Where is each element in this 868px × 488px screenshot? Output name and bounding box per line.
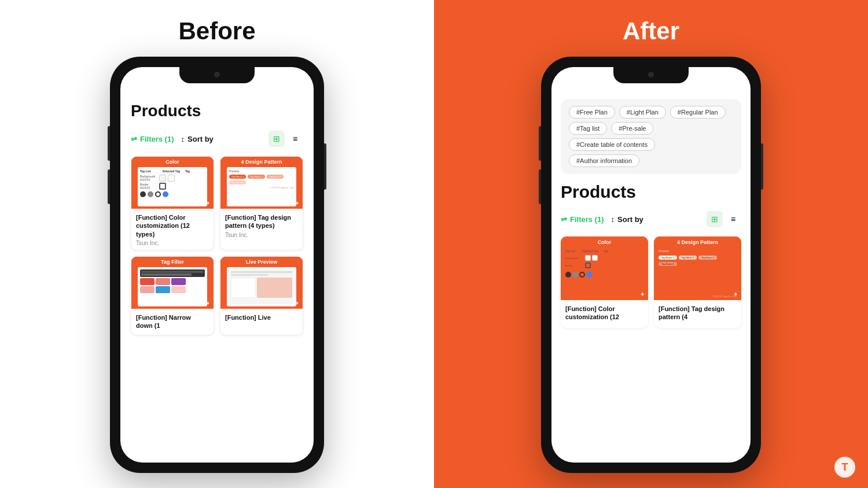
tag-pre-sale[interactable]: #Pre-sale <box>611 122 653 135</box>
tag-free-plan[interactable]: #Free Plan <box>569 106 615 119</box>
before-screen-content: Products ⇌ Filters (1) ↕ Sort by ⊞ <box>120 67 314 463</box>
logo-corner: T <box>833 456 856 479</box>
product-card-live[interactable]: Live Preview <box>220 256 303 336</box>
tag-create-toc[interactable]: #Create table of contents <box>569 138 655 151</box>
product-info-color: [Function] Color customization (12 types… <box>131 209 214 250</box>
phone-side-btn-3 <box>324 143 326 190</box>
after-list-view-btn[interactable]: ≡ <box>725 211 741 227</box>
after-product-name-pattern: [Function] Tag design pattern (4 <box>659 305 737 321</box>
product-card-pattern[interactable]: 4 Design Pattern Preview Tag Name 1 Tag … <box>220 156 303 250</box>
product-image-pattern: 4 Design Pattern Preview Tag Name 1 Tag … <box>220 157 303 209</box>
after-product-label-pattern: 4 Design Pattern <box>654 236 741 248</box>
after-filter-btn[interactable]: ⇌ Filters (1) <box>561 215 604 224</box>
before-view-toggle: ⊞ ≡ <box>269 131 303 147</box>
product-card-filter[interactable]: Tag Filter <box>131 256 214 336</box>
phone-side-btn-1 <box>108 126 110 161</box>
filter-label: Filters (1) <box>140 135 174 143</box>
before-phone: Products ⇌ Filters (1) ↕ Sort by ⊞ <box>110 57 324 473</box>
product-info-live: [Function] Live <box>220 309 303 327</box>
after-products-title: Products <box>561 182 741 202</box>
product-label-live: Live Preview <box>220 257 303 267</box>
before-product-grid: Color Tag List Selected Tag Tag Backgrou… <box>131 156 303 335</box>
sort-label: Sort by <box>187 135 214 143</box>
tag-tag-list[interactable]: #Tag list <box>569 122 607 135</box>
grid-icon: ⊞ <box>273 134 280 143</box>
before-phone-screen: Products ⇌ Filters (1) ↕ Sort by ⊞ <box>120 67 314 463</box>
tag-author-info[interactable]: #Author information <box>569 154 639 167</box>
after-product-info-color: [Function] Color customization (12 <box>561 300 648 328</box>
after-tags-section: #Free Plan #Light Plan #Regular Plan #Ta… <box>561 99 741 174</box>
product-info-filter: [Function] Narrow down (1 <box>131 309 214 335</box>
product-card-color[interactable]: Color Tag List Selected Tag Tag Backgrou… <box>131 156 214 250</box>
product-label-pattern: 4 Design Pattern <box>220 157 303 167</box>
filter-icon: ⇌ <box>131 135 137 143</box>
tag-light-plan[interactable]: #Light Plan <box>619 106 666 119</box>
after-product-card-pattern[interactable]: 4 Design Pattern Preview Tag Name 1 Tag … <box>654 236 741 328</box>
product-name-color: [Function] Color customization (12 types… <box>136 213 209 238</box>
grid-view-btn[interactable]: ⊞ <box>269 131 285 147</box>
after-phone-btn-3 <box>761 143 763 190</box>
after-filter-icon: ⇌ <box>561 215 567 224</box>
after-filter-label: Filters (1) <box>570 215 604 224</box>
after-sort-icon: ↕ <box>611 215 615 224</box>
svg-text:T: T <box>842 461 848 473</box>
after-product-card-color[interactable]: Color Tag ListSelected TagTag Background <box>561 236 648 328</box>
product-info-pattern: [Function] Tag design pattern (4 types) … <box>220 209 303 242</box>
after-product-label-color: Color <box>561 236 648 248</box>
product-image-color: Color Tag List Selected Tag Tag Backgrou… <box>131 157 214 209</box>
tags-row-3: #Create table of contents <box>569 138 733 151</box>
after-sort-label: Sort by <box>617 215 643 224</box>
after-phone-btn-2 <box>539 169 541 204</box>
product-label-filter: Tag Filter <box>131 257 214 267</box>
before-panel: Before Products ⇌ Filters (1) ↕ Sort by <box>0 0 434 488</box>
product-name-pattern: [Function] Tag design pattern (4 types) <box>225 213 298 230</box>
brand-logo: T <box>833 456 856 479</box>
after-product-name-color: [Function] Color customization (12 <box>565 305 643 321</box>
before-title: Before <box>178 17 255 45</box>
before-products-title: Products <box>131 102 303 120</box>
live-mini-screen <box>227 267 297 306</box>
after-product-image-color: Color Tag ListSelected TagTag Background <box>561 236 648 300</box>
after-phone-screen: #Free Plan #Light Plan #Regular Plan #Ta… <box>551 67 751 463</box>
product-name-live: [Function] Live <box>225 313 298 321</box>
after-product-grid: Color Tag ListSelected TagTag Background <box>561 236 741 328</box>
filter-mini-screen <box>138 267 208 306</box>
before-filter-bar: ⇌ Filters (1) ↕ Sort by ⊞ ≡ <box>131 131 303 147</box>
after-view-toggle: ⊞ ≡ <box>707 211 741 227</box>
after-list-icon: ≡ <box>731 215 735 224</box>
color-mini-screen: Tag List Selected Tag Tag Background #FF… <box>138 167 208 206</box>
pattern-mini-screen: Preview Tag Name 1 Tag Name 2 Tag Name 3… <box>227 167 297 206</box>
product-vendor-color: Tsun Inc. <box>136 240 209 246</box>
before-filter-btn[interactable]: ⇌ Filters (1) <box>131 135 174 143</box>
after-phone-btn-1 <box>539 126 541 161</box>
after-panel: After #Free Plan #Light Plan #Regular Pl… <box>434 0 868 488</box>
product-image-filter: Tag Filter <box>131 257 214 309</box>
after-product-info-pattern: [Function] Tag design pattern (4 <box>654 300 741 328</box>
after-grid-icon: ⊞ <box>711 215 718 224</box>
list-view-btn[interactable]: ≡ <box>287 131 303 147</box>
after-grid-view-btn[interactable]: ⊞ <box>707 211 723 227</box>
after-phone: #Free Plan #Light Plan #Regular Plan #Ta… <box>541 57 761 473</box>
list-icon: ≡ <box>293 134 297 143</box>
phone-side-btn-2 <box>108 169 110 204</box>
product-label-color: Color <box>131 157 214 167</box>
after-product-image-pattern: 4 Design Pattern Preview Tag Name 1 Tag … <box>654 236 741 300</box>
product-vendor-pattern: Tsun Inc. <box>225 232 298 238</box>
after-screen-content: #Free Plan #Light Plan #Regular Plan #Ta… <box>551 67 751 463</box>
tag-regular-plan[interactable]: #Regular Plan <box>670 106 726 119</box>
tags-row-4: #Author information <box>569 154 733 167</box>
tags-row-1: #Free Plan #Light Plan #Regular Plan <box>569 106 733 119</box>
after-title: After <box>623 17 679 45</box>
product-name-filter: [Function] Narrow down (1 <box>136 313 209 330</box>
product-image-live: Live Preview <box>220 257 303 309</box>
before-sort-btn[interactable]: ↕ Sort by <box>181 135 214 143</box>
after-sort-btn[interactable]: ↕ Sort by <box>611 215 643 224</box>
sort-icon: ↕ <box>181 135 185 143</box>
tags-row-2: #Tag list #Pre-sale <box>569 122 733 135</box>
after-filter-bar: ⇌ Filters (1) ↕ Sort by ⊞ ≡ <box>561 211 741 227</box>
